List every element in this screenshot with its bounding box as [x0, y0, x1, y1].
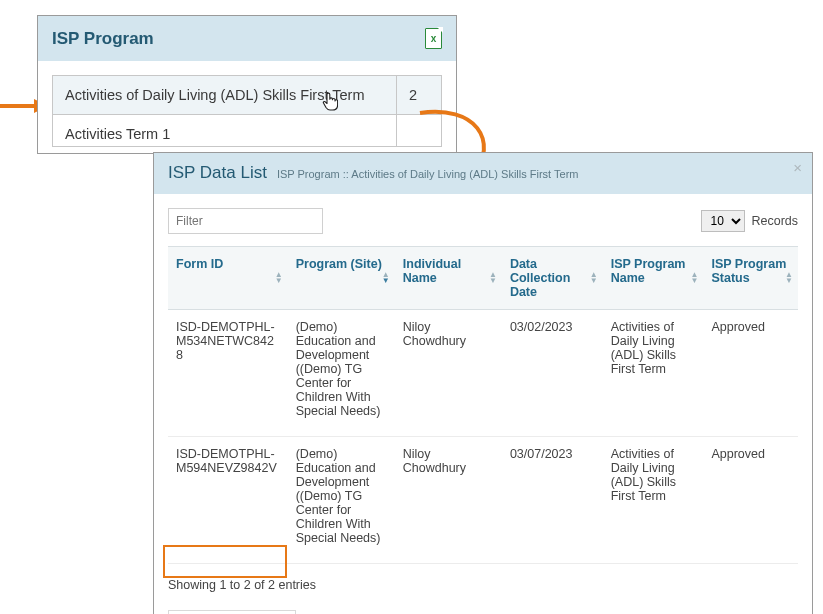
cell-individual: Niloy Chowdhury	[395, 310, 502, 437]
records-per-page-select[interactable]: 10	[701, 210, 745, 232]
cell-status: Approved	[703, 437, 798, 564]
records-selector: 10 Records	[701, 210, 798, 232]
isp-program-body: Activities of Daily Living (ADL) Skills …	[38, 61, 456, 153]
col-data-collection-date[interactable]: Data Collection Date ▲▼	[502, 247, 603, 310]
cell-form-id: ISD-DEMOTPHL-M534NETWC8428	[168, 310, 288, 437]
list-item[interactable]: Activities of Daily Living (ADL) Skills …	[53, 76, 441, 115]
cell-date: 03/02/2023	[502, 310, 603, 437]
cell-form-id: ISD-DEMOTPHL-M594NEVZ9842V	[168, 437, 288, 564]
filter-input[interactable]	[168, 208, 323, 234]
entries-info: Showing 1 to 2 of 2 entries	[168, 578, 798, 592]
cell-individual: Niloy Chowdhury	[395, 437, 502, 564]
records-label: Records	[751, 214, 798, 228]
isp-data-list-header: ISP Data List ISP Program :: Activities …	[154, 153, 812, 194]
sort-icon: ▲▼	[382, 272, 390, 284]
cell-program-site: (Demo) Education and Development ((Demo)…	[288, 310, 395, 437]
cell-status: Approved	[703, 310, 798, 437]
sort-icon: ▲▼	[489, 272, 497, 284]
cell-program-name: Activities of Daily Living (ADL) Skills …	[603, 437, 704, 564]
col-form-id[interactable]: Form ID ▲▼	[168, 247, 288, 310]
excel-export-icon[interactable]	[425, 28, 442, 49]
list-item-count: 2	[397, 76, 441, 114]
isp-program-panel: ISP Program Activities of Daily Living (…	[37, 15, 457, 154]
table-row[interactable]: ISD-DEMOTPHL-M534NETWC8428 (Demo) Educat…	[168, 310, 798, 437]
isp-data-list-panel: ISP Data List ISP Program :: Activities …	[153, 152, 813, 614]
list-item-count	[397, 115, 441, 146]
isp-data-list-title: ISP Data List	[168, 163, 267, 183]
sort-icon: ▲▼	[275, 272, 283, 284]
list-item-name: Activities Term 1	[65, 126, 170, 142]
toolbar: 10 Records	[168, 208, 798, 234]
sort-icon: ▲▼	[785, 272, 793, 284]
list-item-name: Activities of Daily Living (ADL) Skills …	[65, 87, 364, 103]
col-program-site[interactable]: Program (Site) ▲▼	[288, 247, 395, 310]
export-to-excel-button[interactable]: Export to Excel	[168, 610, 296, 614]
isp-program-header: ISP Program	[38, 16, 456, 61]
data-table: Form ID ▲▼ Program (Site) ▲▼ Individual …	[168, 246, 798, 564]
table-header-row: Form ID ▲▼ Program (Site) ▲▼ Individual …	[168, 247, 798, 310]
col-isp-program-name[interactable]: ISP Program Name ▲▼	[603, 247, 704, 310]
col-individual-name[interactable]: Individual Name ▲▼	[395, 247, 502, 310]
col-isp-program-status[interactable]: ISP Program Status ▲▼	[703, 247, 798, 310]
cell-program-name: Activities of Daily Living (ADL) Skills …	[603, 310, 704, 437]
breadcrumb: ISP Program :: Activities of Daily Livin…	[277, 168, 579, 180]
cell-date: 03/07/2023	[502, 437, 603, 564]
isp-program-list: Activities of Daily Living (ADL) Skills …	[52, 75, 442, 147]
cell-program-site: (Demo) Education and Development ((Demo)…	[288, 437, 395, 564]
table-row[interactable]: ISD-DEMOTPHL-M594NEVZ9842V (Demo) Educat…	[168, 437, 798, 564]
list-item[interactable]: Activities Term 1	[53, 115, 441, 147]
close-icon[interactable]: ×	[793, 159, 802, 176]
sort-icon: ▲▼	[590, 272, 598, 284]
isp-data-list-body: 10 Records Form ID ▲▼ Program (Site) ▲▼	[154, 194, 812, 614]
sort-icon: ▲▼	[691, 272, 699, 284]
isp-program-title: ISP Program	[52, 29, 154, 49]
